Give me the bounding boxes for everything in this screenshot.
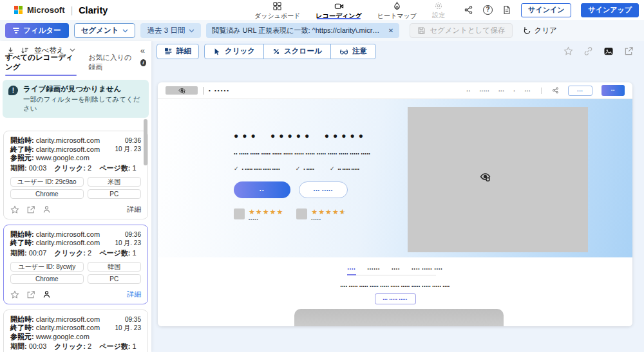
details-link[interactable]: 詳細 (127, 290, 141, 299)
clear-filters-button[interactable]: クリア (518, 23, 562, 38)
divider (203, 87, 204, 95)
signup-button[interactable]: サインアップ (581, 3, 639, 17)
tab-all-recordings[interactable]: すべてのレコーディング (5, 53, 77, 76)
attention-map-button[interactable]: 注意 (330, 44, 375, 59)
masked-cta-primary: •• (234, 181, 290, 198)
browser-chip[interactable]: Chrome (10, 274, 84, 284)
date-range-chip[interactable]: 過去 3 日間 (140, 23, 201, 38)
share-icon[interactable] (26, 205, 35, 214)
recording-card-selected[interactable]: 09:3610 月. 23 開始時: clarity.microsoft.com… (3, 225, 148, 304)
masked-subtitle: •• ••••• ••••• ••••• ••••• ••••• ••••• •… (234, 151, 370, 156)
checkmark-icon: ✓ (296, 165, 301, 172)
recordings-icon (334, 1, 344, 11)
share-icon[interactable] (26, 290, 35, 299)
card-stats: 期間: 00:03 クリック: 2 ページ数: 1 (10, 163, 141, 173)
microsoft-logo-icon (14, 6, 23, 14)
undo-icon (523, 26, 531, 35)
share-nodes-icon[interactable] (464, 5, 473, 15)
card-chips: ユーザー ID: 8ycwjy 韓国 Chrome PC (10, 262, 141, 284)
nav-settings[interactable]: 設定 (431, 0, 446, 20)
card-chips: ユーザー ID: 29c9ao 米国 Chrome PC (10, 177, 141, 199)
masked-primary-button: •• (601, 85, 625, 96)
save-segment-button[interactable]: セグメントとして保存 (410, 23, 513, 38)
details-link[interactable]: 詳細 (127, 205, 141, 214)
device-chip[interactable]: PC (88, 189, 141, 199)
sidebar-tabs: すべてのレコーディング お気に入りの録画 i (0, 59, 151, 76)
recorded-nav: •• ••••• ••• • ••• ••• •• (467, 85, 625, 96)
checkmark-icon: ✓ (330, 165, 335, 172)
user-id-chip[interactable]: ユーザー ID: 29c9ao (10, 177, 84, 187)
close-icon[interactable]: ✕ (388, 27, 393, 34)
screenshot-image-icon[interactable] (603, 46, 614, 56)
filter-button[interactable]: フィルター (5, 23, 69, 38)
no-live-recordings-alert: ! ライブ録画が見つかりません 一部のフィルターを削除してみてください (3, 80, 149, 118)
card-timestamp: 09:3610 月. 23 (115, 136, 141, 153)
tab-favorite-recordings[interactable]: お気に入りの録画 i (88, 53, 146, 76)
details-toggle-button[interactable]: 詳細 (156, 44, 199, 59)
segment-button[interactable]: セグメント (74, 23, 136, 38)
country-chip[interactable]: 米国 (88, 177, 141, 187)
person-icon[interactable] (43, 290, 51, 299)
details-icon (164, 47, 173, 55)
device-chip[interactable]: PC (88, 274, 141, 284)
masked-tab: •••• ••••• •••• (412, 266, 442, 275)
user-id-chip[interactable]: ユーザー ID: 8ycwjy (10, 262, 84, 272)
card-footer: 詳細 (10, 290, 141, 300)
chevron-down-icon (122, 29, 128, 33)
export-icon[interactable] (624, 46, 634, 56)
save-icon (417, 26, 426, 35)
masked-logo (166, 86, 198, 95)
favorite-star-icon[interactable] (10, 290, 19, 299)
five-star-rating: ★★★★★ (249, 208, 283, 216)
recorded-page-header: • ••••• •• ••••• ••• • ••• ••• •• (158, 82, 632, 99)
player-toolbar: 詳細 クリック スクロール 注意 (151, 41, 644, 61)
favorite-star-icon[interactable] (10, 205, 19, 214)
scroll-icon (272, 48, 280, 55)
browser-chip[interactable]: Chrome (10, 189, 84, 199)
share-nodes-icon (552, 87, 559, 94)
recorded-hero-section: ●●● ●●●●● ●●●●● •• ••••• ••••• ••••• •••… (158, 99, 632, 257)
heatmaps-icon (392, 1, 402, 11)
dashboard-icon (272, 1, 282, 11)
nav-dashboard[interactable]: ダッシュボード (253, 0, 301, 20)
release-notes-icon[interactable] (502, 5, 511, 15)
masked-nav-item: • (514, 89, 516, 93)
alert-icon: ! (8, 86, 18, 95)
player-actions (564, 46, 644, 56)
cursor-icon (213, 48, 221, 55)
chevron-down-icon (70, 48, 75, 52)
clarity-app: Microsoft | Clarity ダッシュボード レコーディング (0, 0, 644, 352)
masked-rating-logo (234, 208, 245, 219)
alert-subtitle: 一部のフィルターを削除してみてください (23, 95, 143, 113)
recorded-body-section: •••• •••••• •••• •••• ••••• •••• •••• ••… (158, 257, 632, 326)
session-player[interactable]: • ••••• •• ••••• ••• • ••• ••• •• ●●● ●●… (158, 82, 632, 326)
scroll-map-button[interactable]: スクロール (263, 44, 330, 59)
masked-nav-item: ••••• (480, 89, 490, 93)
nav-heatmaps[interactable]: ヒートマップ (376, 0, 418, 20)
chevron-down-icon (189, 29, 194, 33)
masked-cta-secondary: ••• ••••• (299, 181, 348, 198)
help-icon[interactable]: ? (483, 5, 493, 15)
card-stats: 期間: 00:07 クリック: 2 ページ数: 1 (10, 248, 141, 258)
recording-card[interactable]: 09:3510 月. 23 開始時: clarity.microsoft.com… (3, 310, 148, 352)
divider (541, 88, 542, 94)
copy-link-icon[interactable] (583, 46, 593, 56)
masked-image-icon (178, 87, 185, 94)
glasses-icon (339, 48, 348, 55)
masked-nav-item: •• (467, 89, 471, 93)
click-map-button[interactable]: クリック (205, 44, 263, 59)
country-chip[interactable]: 韓国 (88, 262, 141, 272)
recording-card[interactable]: 09:3610 月. 23 開始時: clarity.microsoft.com… (3, 131, 148, 219)
logo[interactable]: Microsoft | Clarity (0, 5, 108, 15)
info-icon: i (140, 59, 146, 66)
card-stats: 期間: 00:03 クリック: 2 ページ数: 1 (10, 342, 141, 351)
signin-button[interactable]: サインイン (521, 3, 571, 17)
recordings-sidebar: 並べ替え « すべてのレコーディング お気に入りの録画 i ! ライブ録画が見つ… (0, 41, 151, 352)
sidebar-scrollbar[interactable] (144, 119, 147, 165)
favorite-star-icon[interactable] (564, 46, 573, 56)
person-icon[interactable] (43, 205, 51, 214)
masked-tab: •••• (392, 266, 400, 275)
masked-ratings: ★★★★★ ••••• ★★★★★★ ••••• (234, 208, 370, 221)
nav-recordings[interactable]: レコーディング (314, 0, 363, 20)
url-regex-filter-chip[interactable]: 閲覧済み URL 正規表現に一致: ^https://clarity\.micr… (206, 23, 399, 38)
